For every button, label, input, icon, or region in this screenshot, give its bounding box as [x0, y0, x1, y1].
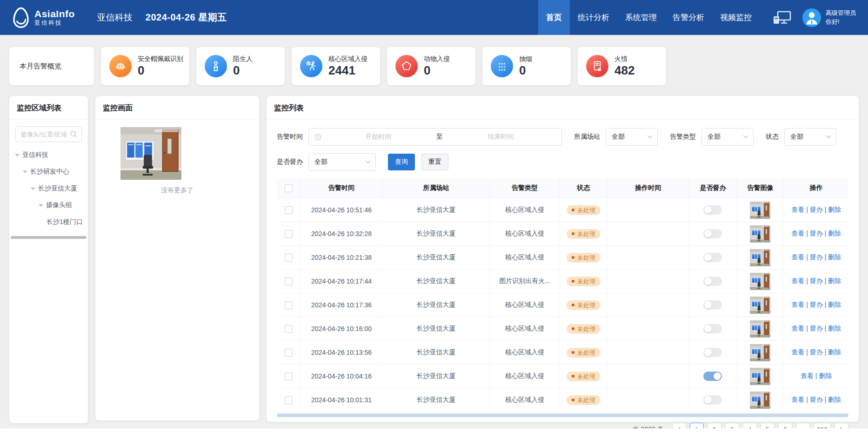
tree-horizontal-scrollbar[interactable]	[11, 236, 87, 239]
action-supervise-link[interactable]: 督办	[810, 206, 823, 213]
supervise-cell	[689, 270, 737, 293]
action-view-link[interactable]: 查看	[791, 230, 804, 237]
alarm-image[interactable]	[750, 320, 770, 338]
stat-value: 0	[138, 64, 183, 77]
status-cell: 未处理	[560, 293, 608, 317]
row-checkbox[interactable]	[285, 230, 293, 238]
action-delete-link[interactable]: 删除	[828, 325, 841, 332]
action-view-link[interactable]: 查看	[801, 372, 814, 379]
action-delete-link[interactable]: 删除	[828, 277, 841, 284]
alarm-image[interactable]	[750, 344, 770, 361]
action-view-link[interactable]: 查看	[791, 396, 804, 403]
action-supervise-link[interactable]: 督办	[810, 301, 823, 308]
nav-item-4[interactable]: 告警分析	[665, 0, 712, 35]
alarm-type-select[interactable]: 全部	[701, 128, 754, 146]
action-delete-link[interactable]: 删除	[828, 348, 841, 356]
supervise-toggle[interactable]	[703, 253, 722, 262]
status-text: 未处理	[577, 373, 595, 379]
select-all-checkbox[interactable]	[285, 184, 293, 192]
status-cell: 未处理	[560, 341, 608, 365]
user-area[interactable]: 高级管理员 你好!	[802, 8, 856, 27]
avatar[interactable]	[802, 8, 821, 27]
camera-live-thumbnail[interactable]	[120, 127, 181, 180]
stat-value: 482	[614, 64, 634, 77]
supervise-toggle[interactable]	[703, 205, 722, 215]
supervise-toggle[interactable]	[703, 348, 722, 357]
action-view-link[interactable]: 查看	[791, 301, 804, 308]
status-text: 未处理	[577, 326, 595, 332]
tree-item[interactable]: 长沙研发中心	[9, 163, 88, 180]
tree-item[interactable]: 长沙亚信大厦	[9, 180, 88, 197]
alarm-image[interactable]	[750, 273, 770, 290]
supervise-toggle[interactable]	[703, 229, 722, 238]
action-delete-link[interactable]: 删除	[828, 230, 841, 237]
row-checkbox[interactable]	[285, 325, 293, 333]
camera-search-box[interactable]	[15, 126, 82, 142]
row-checkbox[interactable]	[285, 277, 293, 285]
action-delete-link[interactable]: 删除	[819, 372, 832, 379]
station-select[interactable]: 全部	[606, 128, 658, 146]
search-button[interactable]: 查询	[388, 154, 415, 170]
status-text: 未处理	[577, 278, 595, 284]
alarm-image[interactable]	[750, 392, 770, 409]
alarm-image[interactable]	[750, 225, 770, 243]
supervise-toggle[interactable]	[703, 395, 722, 405]
nav-item-3[interactable]: 系统管理	[617, 0, 665, 35]
row-checkbox[interactable]	[285, 206, 293, 214]
action-delete-link[interactable]: 删除	[828, 253, 841, 261]
row-checkbox[interactable]	[285, 396, 293, 404]
action-supervise-link[interactable]: 督办	[810, 348, 823, 356]
action-view-link[interactable]: 查看	[791, 348, 804, 356]
nav-item-1[interactable]: 首页	[538, 0, 570, 35]
action-supervise-link[interactable]: 督办	[810, 230, 823, 237]
alarm-time-cell: 2024-04-26 10:17:44	[301, 270, 382, 293]
action-supervise-link[interactable]: 督办	[810, 277, 823, 284]
alarm-image[interactable]	[750, 249, 770, 266]
alarm-image[interactable]	[750, 202, 770, 219]
reset-button[interactable]: 重置	[421, 154, 448, 170]
tree-item[interactable]: 亚信科技	[9, 147, 88, 163]
nav-item-2[interactable]: 统计分析	[570, 0, 617, 35]
table-horizontal-scrollbar[interactable]	[277, 413, 848, 417]
supervise-select[interactable]: 全部	[308, 153, 376, 171]
actions-cell: 查看 | 督办 | 删除	[784, 341, 848, 365]
tree-item[interactable]: 摄像头组	[9, 197, 88, 214]
toggle-knob	[714, 372, 721, 380]
row-actions: 查看 | 督办 | 删除	[791, 253, 841, 261]
status-select[interactable]: 全部	[784, 128, 836, 146]
alarm-image[interactable]	[750, 368, 770, 385]
stat-card: 陌生人0	[196, 47, 285, 85]
alarm-time-cell: 2024-04-26 10:13:56	[301, 341, 382, 365]
select-all-header-cell	[277, 178, 301, 198]
alarm-type-cell: 核心区域入侵	[490, 341, 559, 365]
monitor-screens-icon[interactable]	[773, 11, 791, 27]
action-supervise-link[interactable]: 督办	[810, 253, 823, 261]
action-delete-link[interactable]: 删除	[828, 206, 841, 213]
supervise-toggle[interactable]	[703, 324, 722, 333]
op-time-cell	[608, 222, 689, 246]
supervise-toggle[interactable]	[703, 372, 722, 381]
row-checkbox[interactable]	[285, 349, 293, 357]
overview-label: 本月告警概览	[20, 62, 61, 71]
row-checkbox[interactable]	[285, 372, 293, 380]
camera-search-input[interactable]	[20, 130, 70, 138]
status-dot	[572, 327, 574, 330]
action-supervise-link[interactable]: 督办	[810, 396, 823, 403]
date-range-picker[interactable]: 开始时间 至 结束时间	[308, 128, 562, 146]
action-delete-link[interactable]: 删除	[828, 396, 841, 403]
action-delete-link[interactable]: 删除	[828, 301, 841, 308]
tree-item[interactable]: 长沙1楼门口	[9, 214, 88, 230]
action-view-link[interactable]: 查看	[791, 325, 804, 332]
supervise-toggle[interactable]	[703, 277, 722, 286]
action-supervise-link[interactable]: 督办	[810, 325, 823, 332]
row-checkbox[interactable]	[285, 301, 293, 309]
nav-item-5[interactable]: 视频监控	[712, 0, 760, 35]
row-checkbox[interactable]	[285, 254, 293, 262]
status-cell: 未处理	[560, 388, 608, 412]
action-view-link[interactable]: 查看	[791, 277, 804, 284]
alarm-image[interactable]	[750, 297, 770, 314]
action-view-link[interactable]: 查看	[791, 206, 804, 213]
row-actions: 查看 | 督办 | 删除	[791, 301, 841, 308]
supervise-toggle[interactable]	[703, 300, 722, 310]
action-view-link[interactable]: 查看	[791, 253, 804, 261]
